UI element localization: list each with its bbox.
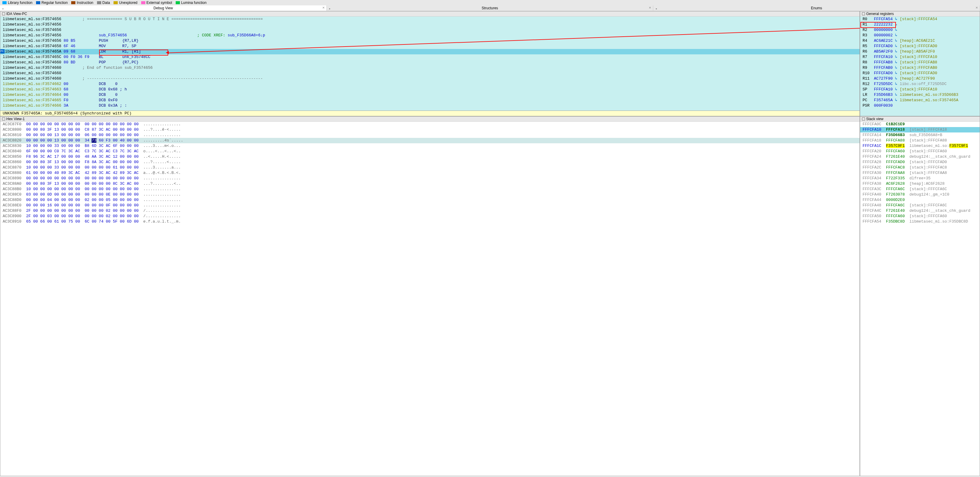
pane-icon — [2, 12, 5, 15]
register-row[interactable]: R9 FFFCFAB0 ↳ [stack]:FFFCFAB0 — [860, 65, 980, 71]
stack-row[interactable]: FFFCFA38 AC6F2628 [heap]:AC6F2628 — [860, 181, 980, 186]
stack-row[interactable]: FFFCFA40 F7263078 debug124:_gm_+1C0 — [860, 192, 980, 197]
stack-title: Stack view — [860, 116, 980, 122]
register-row[interactable]: R2 00000000 ↳ — [860, 27, 980, 33]
disassembly-body[interactable]: libmetasec_ml.so:F3574656 ; ============… — [0, 16, 859, 111]
disasm-line[interactable]: libmetasec_ml.so:F3574666 3A DCB 0x3A ; … — [0, 103, 859, 108]
hex-row[interactable]: AC3C88A0 00 00 80 3F 13 00 00 00 00 00 0… — [0, 181, 859, 186]
hex-row[interactable]: AC3C8800 00 00 80 3F 13 00 00 00 C8 87 3… — [0, 127, 859, 132]
register-row[interactable]: R6 AB5AF2F0 ↳ [heap]:AB5AF2F0 — [860, 49, 980, 54]
legend-item: Regular function — [36, 1, 68, 5]
hex-row[interactable]: AC3C8910 65 00 66 00 61 00 75 00 6C 00 7… — [0, 219, 859, 224]
stack-row[interactable]: FFFCFA3C FFFCFA6C [stack]:FFFCFA6C — [860, 186, 980, 192]
stack-row[interactable]: FFFCFA4C F7261E40 debug124:__stack_chk_g… — [860, 208, 980, 213]
disasm-line[interactable]: libmetasec_ml.so:F3574664 00 DCB 0 — [0, 92, 859, 98]
register-row[interactable]: R12 F725D5DC ↳ libc.so:off_F725D5DC — [860, 81, 980, 87]
tab-indicator: ▫ — [329, 6, 331, 9]
stack-row[interactable]: FFFCFA48 FFFCFA6C [stack]:FFFCFA6C — [860, 203, 980, 208]
hex-row[interactable]: AC3C87F0 00 00 00 00 00 00 00 00 00 00 0… — [0, 122, 859, 127]
legend-label: Data — [102, 1, 110, 5]
disasm-line[interactable]: libmetasec_ml.so:F3574658 6F 46 MOV R7, … — [0, 44, 859, 49]
stack-row[interactable]: FFFCFA10 FFFCFA18 [stack]:FFFCFA18 — [860, 127, 980, 132]
disasm-line[interactable]: libmetasec_ml.so:F3574660 80 BD POP {R7,… — [0, 60, 859, 65]
register-row[interactable]: R5 FFFCFAD0 ↳ [stack]:FFFCFAD0 — [860, 44, 980, 49]
stack-pane: Stack view FFFCFA0C C1B2C1E9 FFFCFA10 FF… — [860, 116, 980, 476]
hex-row[interactable]: AC3C88F0 2F 00 00 00 00 00 00 00 00 00 0… — [0, 208, 859, 213]
legend-swatch — [36, 1, 40, 4]
hex-row[interactable]: AC3C88E0 00 00 00 16 00 00 00 00 00 00 0… — [0, 203, 859, 208]
pc-marker: PC — [0, 49, 5, 54]
stack-row[interactable]: FFFCFA1C F357C9F1 libmetasec_ml.so:F357C… — [860, 143, 980, 149]
legend-item: External symbol — [141, 1, 172, 5]
legend-swatch — [97, 1, 101, 4]
register-row[interactable]: SP FFFCFA10 ↳ [stack]:FFFCFA10 — [860, 87, 980, 92]
register-row[interactable]: R3 00000002 ↳ — [860, 33, 980, 38]
disasm-line[interactable]: libmetasec_ml.so:F3574656 80 B5 PUSH {R7… — [0, 38, 859, 44]
hex-row[interactable]: AC3C8840 6F 00 00 00 C0 7C 3C AC C3 7C 3… — [0, 149, 859, 154]
tab-indicator: ▫ — [2, 6, 4, 9]
stack-row[interactable]: FFFCFA54 F35DBC8D libmetasec_ml.so:F35DB… — [860, 219, 980, 224]
tab[interactable]: ▫Structures✕ — [327, 5, 654, 11]
hex-row[interactable]: AC3C88C0 03 00 00 0D 00 00 00 00 00 00 0… — [0, 192, 859, 197]
disasm-line[interactable]: libmetasec_ml.so:F3574656 sub_F3574656 ;… — [0, 33, 859, 38]
stack-row[interactable]: FFFCFA2C FFFCFAC8 [stack]:FFFCFAC8 — [860, 165, 980, 170]
hex-pane: Hex View-1 AC3C87F0 00 00 00 00 00 00 00… — [0, 116, 860, 476]
stack-row[interactable]: FFFCFA28 FFFCFAD0 [stack]:FFFCFAD0 — [860, 159, 980, 165]
register-row[interactable]: PSR 000F0030 — [860, 103, 980, 108]
register-row[interactable]: R10 FFFCFAD0 ↳ [stack]:FFFCFAD0 — [860, 71, 980, 76]
disasm-line[interactable]: libmetasec_ml.so:F3574660 — [0, 71, 859, 76]
hex-row[interactable]: AC3C8900 2F 00 00 03 00 00 00 00 00 00 0… — [0, 213, 859, 219]
registers-body[interactable]: R0 FFFCFA54 ↳ [stack]:FFFCFA54R1 2222223… — [860, 16, 980, 116]
registers-title: General registers — [860, 11, 980, 16]
registers-pane: General registers R0 FFFCFA54 ↳ [stack]:… — [860, 11, 980, 116]
hex-row[interactable]: AC3C8890 00 00 00 00 00 00 00 00 00 00 0… — [0, 176, 859, 181]
stack-row[interactable]: FFFCFA14 F35D66B3 sub_F35D66A8+B — [860, 132, 980, 138]
close-icon[interactable]: ✕ — [322, 6, 325, 9]
stack-row[interactable]: FFFCFA44 0000D2E0 — [860, 197, 980, 203]
hex-row[interactable]: AC3C88B0 10 00 00 00 00 00 00 00 00 00 0… — [0, 186, 859, 192]
disasm-line[interactable]: libmetasec_ml.so:F357465C 00 F0 36 F9 BL… — [0, 54, 859, 60]
register-row[interactable]: R1 22222232 ↳ — [860, 22, 980, 27]
stack-row[interactable]: FFFCFA34 F722F335 dlfree+35 — [860, 176, 980, 181]
disasm-line[interactable]: libmetasec_ml.so:F3574665 F0 DCB 0xF0 — [0, 98, 859, 103]
disasm-line[interactable]: libmetasec_ml.so:F3574660 ; ------------… — [0, 76, 859, 81]
register-row[interactable]: R4 AC6AE21C ↳ [heap]:AC6AE21C — [860, 38, 980, 44]
register-row[interactable]: R7 FFFCFA10 ↳ [stack]:FFFCFA10 — [860, 54, 980, 60]
registers-title-text: General registers — [866, 12, 894, 16]
disasm-line[interactable]: libmetasec_ml.so:F3574656 ; ============… — [0, 16, 859, 22]
tab[interactable]: ▫Enums✕ — [653, 5, 980, 11]
pane-icon — [862, 118, 865, 121]
tab-bar: ▫Debug View✕▫Structures✕▫Enums✕ — [0, 5, 980, 11]
stack-row[interactable]: FFFCFA30 FFFCFAA8 [stack]:FFFCFAA8 — [860, 170, 980, 176]
stack-row[interactable]: FFFCFA24 F7261E40 debug124:__stack_chk_g… — [860, 154, 980, 159]
hex-row[interactable]: AC3C8830 10 00 00 00 33 00 00 00 B8 6D 3… — [0, 143, 859, 149]
hex-row[interactable]: AC3C8850 F8 96 3C AC 17 00 00 00 48 AA 3… — [0, 154, 859, 159]
hex-row[interactable]: AC3C88D0 00 00 00 04 00 00 00 00 02 00 0… — [0, 197, 859, 203]
tab[interactable]: ▫Debug View✕ — [0, 5, 327, 11]
close-icon[interactable]: ✕ — [975, 6, 978, 9]
hex-body[interactable]: AC3C87F0 00 00 00 00 00 00 00 00 00 00 0… — [0, 122, 859, 476]
hex-row[interactable]: AC3C8860 00 00 80 3F 13 00 00 00 F8 8A 3… — [0, 159, 859, 165]
disasm-line[interactable]: libmetasec_ml.so:F3574663 68 DCB 0x68 ; … — [0, 87, 859, 92]
disasm-line[interactable]: libmetasec_ml.so:F3574660 ; End of funct… — [0, 65, 859, 71]
stack-row[interactable]: FFFCFA0C C1B2C1E9 — [860, 122, 980, 127]
close-icon[interactable]: ✕ — [649, 6, 651, 9]
stack-row[interactable]: FFFCFA50 FFFCFA60 [stack]:FFFCFA60 — [860, 213, 980, 219]
hex-row[interactable]: AC3C8820 00 00 00 00 13 00 00 00 34 73 6… — [0, 138, 859, 143]
disasm-line[interactable]: PClibmetasec_ml.so:F357465A 09 68 LDR R1… — [0, 49, 859, 54]
hex-row[interactable]: AC3C8880 61 00 00 00 40 89 3C AC 42 89 3… — [0, 170, 859, 176]
register-row[interactable]: R11 AC727F90 ↳ [heap]:AC727F90 — [860, 76, 980, 81]
register-row[interactable]: LR F35D66B3 ↳ libmetasec_ml.so:F35D66B3 — [860, 92, 980, 98]
register-row[interactable]: R0 FFFCFA54 ↳ [stack]:FFFCFA54 — [860, 16, 980, 22]
disasm-line[interactable]: libmetasec_ml.so:F3574656 — [0, 22, 859, 27]
stack-row[interactable]: FFFCFA18 FFFCFA88 [stack]:FFFCFA88 — [860, 138, 980, 143]
register-row[interactable]: R8 FFFCFAB8 ↳ [stack]:FFFCFAB8 — [860, 60, 980, 65]
hex-row[interactable]: AC3C8810 00 00 00 00 13 00 00 00 06 00 0… — [0, 132, 859, 138]
register-row[interactable]: PC F357465A ↳ libmetasec_ml.so:F357465A — [860, 98, 980, 103]
hex-row[interactable]: AC3C8870 10 00 00 00 33 00 00 00 00 00 0… — [0, 165, 859, 170]
stack-body[interactable]: FFFCFA0C C1B2C1E9 FFFCFA10 FFFCFA18 [sta… — [860, 122, 980, 476]
disasm-line[interactable]: libmetasec_ml.so:F3574662 00 DCB 0 — [0, 81, 859, 87]
legend-label: External symbol — [146, 1, 172, 5]
disasm-line[interactable]: libmetasec_ml.so:F3574656 — [0, 27, 859, 33]
stack-row[interactable]: FFFCFA20 FFFCFA60 [stack]:FFFCFA60 — [860, 149, 980, 154]
